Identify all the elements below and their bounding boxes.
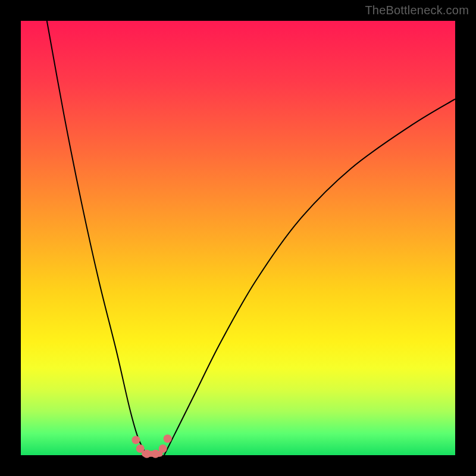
marker-dot (164, 434, 172, 443)
watermark-text: TheBottleneck.com (365, 4, 469, 17)
marker-dot (136, 444, 145, 453)
plot-area (21, 21, 455, 455)
curve-left-branch (47, 21, 147, 455)
outer-frame: TheBottleneck.com (0, 0, 476, 476)
marker-dot (151, 450, 159, 458)
bottom-marker-cluster (131, 434, 171, 458)
curve-right-branch (164, 99, 455, 455)
marker-dot (159, 444, 167, 453)
marker-dot (131, 436, 140, 444)
marker-dot (143, 450, 151, 458)
chart-svg (21, 21, 455, 455)
